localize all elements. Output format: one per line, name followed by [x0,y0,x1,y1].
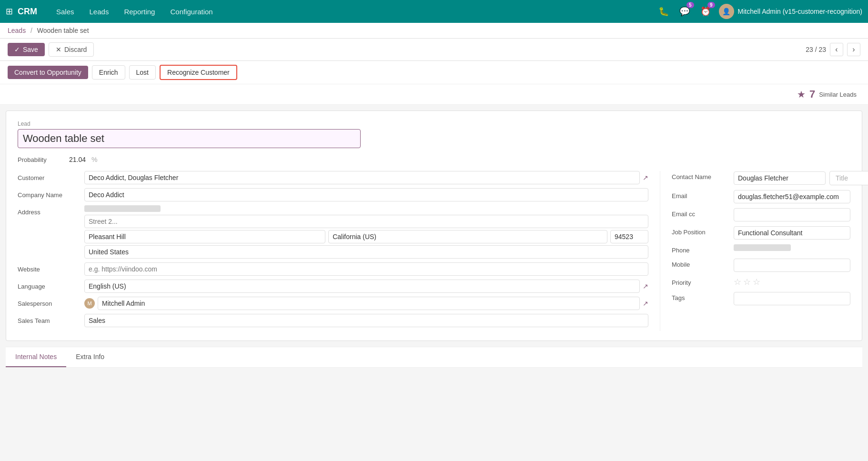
contact-name-label: Contact Name [672,171,734,180]
job-position-label: Job Position [672,226,734,236]
record-counter: 23 / 23 ‹ › [806,43,860,56]
job-position-input[interactable] [734,226,850,240]
sales-team-field-row: Sales Team Sales [18,314,648,327]
probability-value: 21.04 [69,156,86,163]
toolbar: ✓ Save ✕ Discard 23 / 23 ‹ › [0,39,868,61]
form-left: Customer ↗ Company Name [18,171,648,331]
count-text: 23 / 23 [806,46,826,53]
company-name-label: Company Name [18,188,84,199]
breadcrumb-current: Wooden table set [37,27,89,34]
breadcrumb-separator: / [30,27,32,34]
address-zip-input[interactable] [610,230,648,243]
similar-leads-bar: ★ 7 Similar Leads [0,84,868,105]
similar-leads-label: Similar Leads [819,91,857,98]
prev-record-button[interactable]: ‹ [830,43,843,56]
app-name: CRM [18,7,37,17]
discard-button[interactable]: ✕ Discard [49,42,94,57]
company-name-input[interactable] [84,188,648,201]
salesperson-select[interactable]: Mitchell Admin [98,297,640,310]
nav-item-leads[interactable]: Leads [82,0,117,23]
breadcrumb-parent-link[interactable]: Leads [8,27,26,34]
contact-name-field-row: Contact Name Title [672,171,850,185]
tab-extra-info[interactable]: Extra Info [66,347,114,367]
activity-icon[interactable]: ⏰ 9 [698,4,713,19]
user-avatar: 👤 [719,4,734,19]
tab-internal-notes[interactable]: Internal Notes [6,347,66,367]
phone-label: Phone [672,244,734,254]
discard-x-icon: ✕ [56,46,61,53]
priority-star-1[interactable]: ☆ [734,277,741,287]
lost-button[interactable]: Lost [129,65,156,80]
app-grid-icon[interactable]: ⊞ [6,6,13,17]
nav-item-reporting[interactable]: Reporting [116,0,162,23]
lead-title-input[interactable] [18,129,361,148]
title-select[interactable]: Title [829,171,868,185]
address-label: Address [18,205,84,216]
address-street1-blurred [84,205,161,212]
priority-field-row: Priority ☆ ☆ ☆ [672,277,850,287]
user-name: Mitchell Admin (v15-customer-recognition… [738,8,862,15]
mobile-field-row: Mobile [672,259,850,272]
salesperson-external-link-icon[interactable]: ↗ [643,300,648,307]
enrich-button[interactable]: Enrich [92,65,125,80]
email-cc-input[interactable] [734,208,850,221]
address-street2-input[interactable] [84,215,648,228]
email-field-row: Email [672,190,850,203]
priority-star-2[interactable]: ☆ [743,277,751,287]
breadcrumb-bar: Leads / Wooden table set [0,23,868,39]
nav-item-sales[interactable]: Sales [49,0,82,23]
similar-leads-star-icon[interactable]: ★ [797,89,806,100]
lead-label: Lead [18,120,850,127]
nav-item-configuration[interactable]: Configuration [162,0,220,23]
language-external-link-icon[interactable]: ↗ [643,282,648,290]
tags-select[interactable] [734,292,850,305]
bug-icon[interactable]: 🐛 [656,4,671,19]
address-country-select[interactable]: United States [84,245,648,259]
customer-field-row: Customer ↗ [18,171,648,184]
address-city-input[interactable] [84,230,325,243]
next-record-button[interactable]: › [847,43,860,56]
messages-icon[interactable]: 💬 5 [677,4,692,19]
contact-name-input[interactable] [734,171,826,185]
probability-pct: % [91,156,97,163]
email-label: Email [672,190,734,200]
convert-to-opportunity-button[interactable]: Convert to Opportunity [8,66,88,79]
job-position-field-row: Job Position [672,226,850,240]
form-right: Contact Name Title Email [660,171,850,331]
salesperson-label: Salesperson [18,297,84,307]
lead-title-section: Lead [18,120,850,156]
recognize-customer-button[interactable]: Recognize Customer [160,65,237,80]
save-button[interactable]: ✓ Save [8,43,45,56]
phone-blurred [734,244,791,251]
customer-external-link-icon[interactable]: ↗ [643,174,648,181]
form-sections: Customer ↗ Company Name [18,171,850,331]
language-label: Language [18,280,84,290]
language-select[interactable]: English (US) [84,280,640,293]
email-input[interactable] [734,190,850,203]
website-input[interactable] [84,262,648,276]
website-field-row: Website [18,262,648,276]
company-name-field-row: Company Name [18,188,648,201]
customer-label: Customer [18,171,84,181]
priority-star-3[interactable]: ☆ [753,277,760,287]
breadcrumb: Leads / Wooden table set [8,27,89,34]
customer-input[interactable] [84,171,640,184]
probability-row: Probability 21.04 % [18,156,850,163]
mobile-input[interactable] [734,259,850,272]
user-menu[interactable]: 👤 Mitchell Admin (v15-customer-recogniti… [719,4,862,19]
email-cc-field-row: Email cc [672,208,850,221]
messages-badge: 5 [686,2,694,8]
activity-badge: 9 [707,2,715,8]
topbar-right-icons: 🐛 💬 5 ⏰ 9 👤 Mitchell Admin (v15-customer… [656,4,862,19]
similar-leads-count: 7 [809,88,815,100]
top-navigation: ⊞ CRM Sales Leads Reporting Configuratio… [0,0,868,23]
customer-value-container: ↗ [84,171,648,184]
address-state-input[interactable] [328,230,607,243]
tabs-bar: Internal Notes Extra Info [6,347,862,368]
website-label: Website [18,262,84,273]
language-field-row: Language English (US) ↗ [18,280,648,293]
sales-team-select[interactable]: Sales [84,314,648,327]
phone-field-row: Phone [672,244,850,254]
salesperson-field-row: Salesperson M Mitchell Admin ↗ [18,297,648,310]
address-field-row: Address [18,205,648,259]
